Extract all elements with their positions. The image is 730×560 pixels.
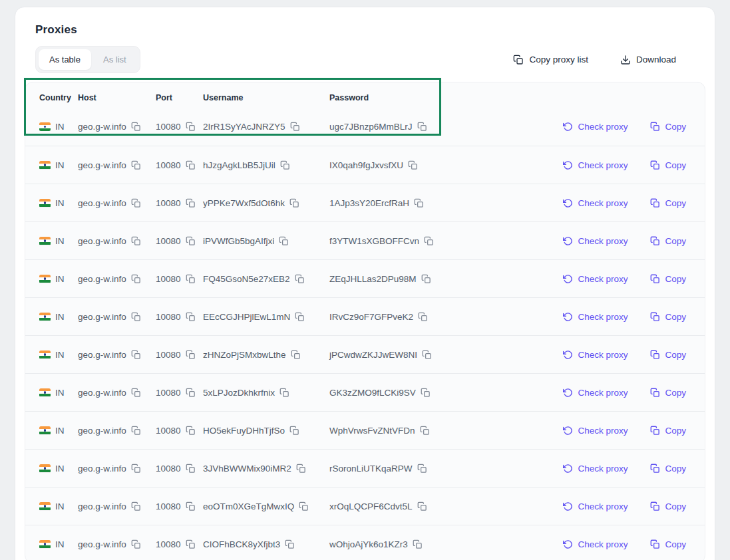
- download-button[interactable]: Download: [620, 55, 676, 65]
- copy-row-button[interactable]: Copy: [650, 426, 686, 436]
- copy-username-button[interactable]: [291, 350, 301, 360]
- copy-port-button[interactable]: [186, 539, 196, 549]
- copy-row-button[interactable]: Copy: [650, 539, 686, 549]
- copy-password-button[interactable]: [418, 312, 428, 322]
- country-code: IN: [55, 388, 65, 398]
- copy-username-button[interactable]: [295, 274, 305, 284]
- check-proxy-button[interactable]: Check proxy: [563, 464, 628, 474]
- copy-host-button[interactable]: [131, 236, 141, 246]
- copy-password-button[interactable]: [408, 160, 418, 170]
- copy-host-button[interactable]: [131, 464, 141, 474]
- copy-password-button[interactable]: [417, 464, 427, 474]
- username-value: eoOTm0XGeTgMwxIQ: [203, 501, 294, 511]
- copy-port-button[interactable]: [186, 388, 196, 398]
- country-code: IN: [55, 160, 65, 170]
- copy-port-button[interactable]: [186, 501, 196, 511]
- copy-password-button[interactable]: [421, 388, 431, 398]
- copy-host-button[interactable]: [131, 539, 141, 549]
- copy-host-button[interactable]: [131, 160, 141, 170]
- check-proxy-button[interactable]: Check proxy: [563, 388, 628, 398]
- check-proxy-button[interactable]: Check proxy: [563, 122, 628, 132]
- tab-as-table[interactable]: As table: [39, 49, 91, 70]
- copy-username-button[interactable]: [289, 198, 299, 208]
- copy-proxy-list-button[interactable]: Copy proxy list: [513, 55, 588, 65]
- copy-port-button[interactable]: [186, 274, 196, 284]
- check-proxy-button[interactable]: Check proxy: [563, 274, 628, 284]
- copy-username-button[interactable]: [296, 464, 306, 474]
- check-proxy-button[interactable]: Check proxy: [563, 312, 628, 322]
- password-value: f3YTW1sXGBOFFCvn: [329, 236, 419, 246]
- country-code: IN: [55, 464, 65, 474]
- copy-row-button[interactable]: Copy: [650, 160, 686, 170]
- copy-icon: [295, 312, 305, 322]
- copy-icon: [186, 236, 196, 246]
- copy-username-button[interactable]: [280, 160, 290, 170]
- check-proxy-button[interactable]: Check proxy: [563, 426, 628, 436]
- copy-username-button[interactable]: [289, 426, 299, 436]
- port-cell: 10080: [156, 350, 203, 360]
- copy-username-button[interactable]: [279, 236, 289, 246]
- copy-row-button[interactable]: Copy: [650, 122, 686, 132]
- copy-password-button[interactable]: [420, 426, 430, 436]
- copy-password-button[interactable]: [422, 350, 432, 360]
- host-value: geo.g-w.info: [78, 464, 126, 474]
- copy-password-button[interactable]: [424, 236, 434, 246]
- column-header-port: Port: [156, 93, 203, 102]
- check-proxy-label: Check proxy: [578, 388, 628, 398]
- copy-password-button[interactable]: [414, 198, 424, 208]
- copy-row-button[interactable]: Copy: [650, 236, 686, 246]
- port-cell: 10080: [156, 426, 203, 436]
- username-cell: CIOFhBCK8yXfjbt3: [203, 539, 329, 549]
- port-value: 10080: [156, 122, 181, 132]
- copy-port-button[interactable]: [186, 312, 196, 322]
- copy-host-button[interactable]: [131, 426, 141, 436]
- copy-host-button[interactable]: [131, 350, 141, 360]
- copy-icon: [417, 122, 427, 132]
- copy-username-button[interactable]: [285, 539, 295, 549]
- copy-row-button[interactable]: Copy: [650, 388, 686, 398]
- check-proxy-button[interactable]: Check proxy: [563, 198, 628, 208]
- column-header-password: Password: [329, 93, 686, 102]
- port-value: 10080: [156, 464, 181, 474]
- copy-password-button[interactable]: [421, 274, 431, 284]
- row-actions: Check proxy Copy: [563, 236, 686, 246]
- copy-port-button[interactable]: [186, 198, 196, 208]
- copy-password-button[interactable]: [417, 501, 427, 511]
- copy-host-button[interactable]: [131, 388, 141, 398]
- copy-port-button[interactable]: [186, 236, 196, 246]
- check-proxy-button[interactable]: Check proxy: [563, 350, 628, 360]
- copy-port-button[interactable]: [186, 350, 196, 360]
- copy-password-button[interactable]: [413, 539, 423, 549]
- copy-row-button[interactable]: Copy: [650, 501, 686, 511]
- check-proxy-label: Check proxy: [578, 464, 628, 474]
- port-cell: 10080: [156, 312, 203, 322]
- copy-host-button[interactable]: [131, 501, 141, 511]
- copy-host-button[interactable]: [131, 198, 141, 208]
- copy-port-button[interactable]: [186, 160, 196, 170]
- copy-username-button[interactable]: [279, 388, 289, 398]
- password-cell: xrOqLQCPF6Cdvt5L: [329, 501, 563, 511]
- copy-row-button[interactable]: Copy: [650, 274, 686, 284]
- copy-port-button[interactable]: [186, 122, 196, 132]
- check-proxy-button[interactable]: Check proxy: [563, 539, 628, 549]
- copy-host-button[interactable]: [131, 122, 141, 132]
- copy-row-button[interactable]: Copy: [650, 198, 686, 208]
- copy-row-button[interactable]: Copy: [650, 464, 686, 474]
- check-proxy-button[interactable]: Check proxy: [563, 160, 628, 170]
- check-proxy-button[interactable]: Check proxy: [563, 501, 628, 511]
- host-cell: geo.g-w.info: [78, 388, 156, 398]
- copy-username-button[interactable]: [295, 312, 305, 322]
- copy-password-button[interactable]: [417, 122, 427, 132]
- tab-as-list[interactable]: As list: [92, 49, 137, 70]
- copy-icon: [650, 388, 660, 398]
- copy-row-button[interactable]: Copy: [650, 350, 686, 360]
- copy-username-button[interactable]: [290, 122, 300, 132]
- copy-username-button[interactable]: [299, 501, 309, 511]
- copy-host-button[interactable]: [131, 312, 141, 322]
- check-proxy-button[interactable]: Check proxy: [563, 236, 628, 246]
- copy-port-button[interactable]: [186, 426, 196, 436]
- copy-port-button[interactable]: [186, 464, 196, 474]
- copy-row-button[interactable]: Copy: [650, 312, 686, 322]
- country-cell: IN: [39, 122, 78, 132]
- copy-host-button[interactable]: [131, 274, 141, 284]
